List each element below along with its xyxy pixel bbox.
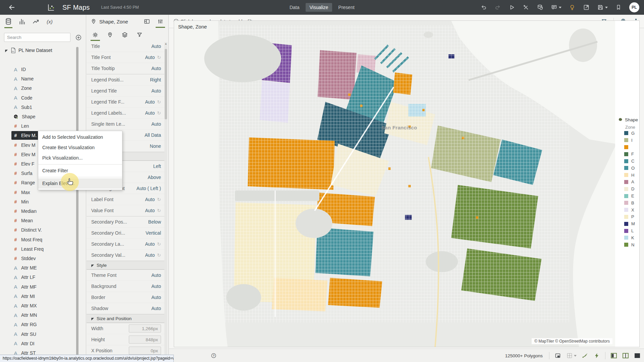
legend-entry[interactable]: D [615,185,639,192]
property-row-secondary-la-[interactable]: Secondary La...Auto↻ [87,239,164,250]
legend-entry[interactable]: I [615,137,639,144]
dataset-root[interactable]: csv PL New Dataset [4,47,86,53]
menu-item-pick-visualization-[interactable]: Pick Visualization... [38,153,122,163]
field-most-freq[interactable]: #Most Freq [11,235,76,244]
reset-icon[interactable]: ↻ [157,99,161,105]
undo-button[interactable] [480,4,487,11]
field-code[interactable]: ACode [11,94,76,102]
property-row-border[interactable]: BorderAuto [87,292,164,303]
property-value[interactable]: Auto [145,197,155,202]
legend-entry[interactable]: A [615,179,639,186]
data-tab[interactable] [4,17,12,26]
legend-entry[interactable]: C [615,158,639,165]
canvas-grid-icon[interactable] [566,352,573,359]
tab-data[interactable]: Data [285,3,304,12]
tools-button[interactable] [523,4,529,11]
field-min[interactable]: #Min [11,197,76,206]
layout-left-icon[interactable] [610,352,617,359]
reset-icon[interactable]: ↻ [157,241,161,247]
section-header[interactable]: Style [87,261,164,269]
layers-properties-tab[interactable] [121,32,128,38]
layout-full-icon[interactable] [634,352,641,359]
menu-item-create-filter[interactable]: Create Filter [38,166,122,176]
property-value[interactable]: Auto [145,55,155,60]
property-value[interactable]: Above [148,175,161,180]
property-value[interactable]: Auto ( Left ) [137,186,161,191]
preview-button[interactable] [508,4,515,11]
property-row-single-item-le-[interactable]: Single Item Le...Auto [87,119,164,130]
notes-button[interactable] [551,4,561,11]
legend-entry[interactable]: L [615,227,639,234]
field-attr-mf[interactable]: AAttr MF [11,283,76,291]
save-button[interactable] [597,4,608,11]
legend-entry[interactable]: H [615,172,639,179]
property-value[interactable]: Auto [145,110,155,116]
sidebar-scrollbar[interactable] [76,47,78,362]
reset-icon[interactable]: ↻ [157,252,161,258]
visualization-frame[interactable]: Shape, Zone [174,20,640,347]
property-value[interactable]: All Data [145,132,161,138]
chevron-down-icon[interactable] [574,355,577,357]
property-row-legend-positi-[interactable]: Legend Positi...Right [87,74,164,85]
legend-entry[interactable]: K [615,234,639,241]
legend-entry[interactable]: X [615,206,639,214]
property-value[interactable]: Auto [151,273,161,278]
filter-properties-tab[interactable] [136,32,143,38]
field-attr-rg[interactable]: AAttr RG [11,320,76,329]
field-attr-su[interactable]: AAttr SU [11,330,76,339]
property-row-legend-title[interactable]: Legend TitleAuto [87,85,164,97]
menu-item-create-best-visualization[interactable]: Create Best Visualization [38,142,122,153]
field-attr-mn[interactable]: AAttr MN [11,311,76,319]
property-value[interactable]: Auto [145,241,155,247]
property-value[interactable]: Auto [151,121,161,127]
legend-entry[interactable] [615,144,639,151]
reset-icon[interactable]: ↻ [157,110,161,116]
field-shape[interactable]: Shape [11,112,76,121]
property-row-secondary-val-[interactable]: Secondary Val...Auto↻ [87,250,164,261]
field-attr-me[interactable]: AAttr ME [11,263,76,272]
map-properties-tab[interactable] [107,32,113,38]
property-input[interactable] [129,336,161,344]
legend-entry[interactable]: F [615,150,639,158]
property-row-theme-font[interactable]: Theme FontAuto [87,270,164,281]
field-least-freq[interactable]: #Least Freq [11,245,76,253]
field-mean[interactable]: #Mean [11,216,76,225]
field-attr-mi[interactable]: AAttr MI [11,292,76,301]
property-row-height[interactable]: Height [87,334,164,345]
menu-item-add-to-selected-visualization[interactable]: Add to Selected Visualization [38,132,122,142]
property-row-background[interactable]: BackgroundAuto [87,281,164,292]
legend-entry[interactable]: E [615,192,639,199]
property-value[interactable]: Left [153,164,161,169]
legend-entry[interactable]: P [615,214,639,221]
property-row-legend-title-f-[interactable]: Legend Title F...Auto↻ [87,97,164,108]
reset-icon[interactable]: ↻ [157,208,161,213]
back-icon[interactable] [8,4,15,11]
property-value[interactable]: Right [150,77,161,82]
property-row-title-tooltip[interactable]: Title TooltipAuto [87,63,164,74]
property-row-value-font[interactable]: Value FontAuto↻ [87,205,164,216]
redo-button[interactable] [494,4,501,11]
canvas-style-icon[interactable] [582,352,588,359]
properties-scrollbar[interactable]: ▲ [164,42,167,362]
property-row-legend-labels-[interactable]: Legend Labels...Auto↻ [87,108,164,119]
field-attr-di[interactable]: AAttr DI [11,339,76,348]
tab-present[interactable]: Present [334,3,359,12]
property-value[interactable]: Auto [151,88,161,94]
reset-icon[interactable]: ↻ [157,55,161,60]
tab-visualize[interactable]: Visualize [306,3,332,12]
field-median[interactable]: #Median [11,207,76,216]
layout-split-icon[interactable] [622,352,629,359]
refresh-data-button[interactable] [537,4,543,11]
property-input[interactable] [129,347,161,355]
properties-panel-icon[interactable] [157,18,164,25]
field-len[interactable]: #Len [11,122,76,130]
auto-apply-icon[interactable] [593,352,600,359]
bookmark-button[interactable] [615,4,622,11]
property-value[interactable]: Auto [151,66,161,71]
avatar[interactable]: PL [629,2,639,12]
grammar-panel-icon[interactable] [144,18,150,25]
add-dataset-icon[interactable] [75,34,82,41]
calculations-tab[interactable]: (x) [46,17,54,26]
property-value[interactable]: Vertical [146,230,161,236]
legend-entry[interactable]: N [615,241,639,248]
